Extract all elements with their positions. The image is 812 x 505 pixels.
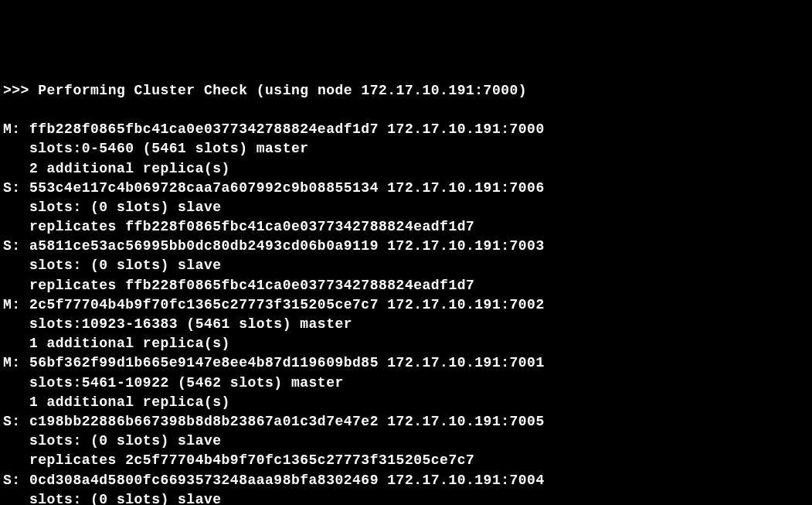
node-header-line: M: ffb228f0865fbc41ca0e0377342788824eadf… [3, 120, 809, 139]
node-slots-line: slots:5461-10922 (5462 slots) master [3, 374, 809, 393]
node-slots-line: slots: (0 slots) slave [3, 256, 809, 275]
node-slots-line: slots: (0 slots) slave [3, 490, 809, 505]
node-slots-line: slots:0-5460 (5461 slots) master [3, 139, 809, 159]
node-replica-line: 2 additional replica(s) [3, 159, 809, 179]
node-header-line: S: 0cd308a4d5800fc6693573248aaa98bfa8302… [3, 471, 809, 490]
node-slots-line: slots:10923-16383 (5461 slots) master [3, 315, 809, 334]
node-header-line: M: 2c5f77704b4b9f70fc1365c27773f315205ce… [3, 295, 809, 315]
nodes-container: M: ffb228f0865fbc41ca0e0377342788824eadf… [3, 120, 809, 505]
node-replica-line: 1 additional replica(s) [3, 334, 809, 353]
node-header-line: S: c198bb22886b667398b8d8b23867a01c3d7e4… [3, 412, 809, 432]
node-header-line: S: 553c4e117c4b069728caa7a607992c9b08855… [3, 179, 809, 198]
node-replicates-line: replicates ffb228f0865fbc41ca0e037734278… [3, 276, 809, 295]
node-replica-line: 1 additional replica(s) [3, 393, 809, 412]
node-header-line: S: a5811ce53ac56995bb0dc80db2493cd06b0a9… [3, 237, 809, 256]
node-header-line: M: 56bf362f99d1b665e9147e8ee4b87d119609b… [3, 353, 809, 373]
node-replicates-line: replicates 2c5f77704b4b9f70fc1365c27773f… [3, 451, 809, 470]
node-slots-line: slots: (0 slots) slave [3, 198, 809, 217]
node-replicates-line: replicates ffb228f0865fbc41ca0e037734278… [3, 217, 809, 237]
node-slots-line: slots: (0 slots) slave [3, 432, 809, 451]
cluster-check-header: >>> Performing Cluster Check (using node… [3, 81, 809, 101]
